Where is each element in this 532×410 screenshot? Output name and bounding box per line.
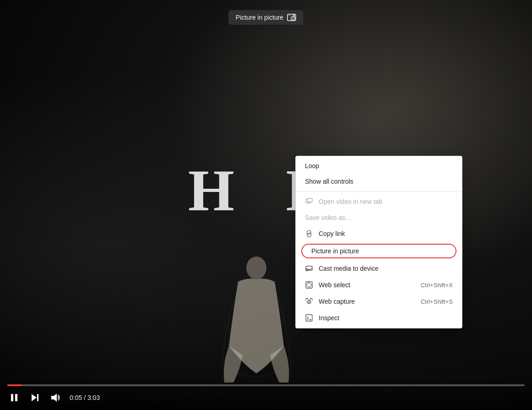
- svg-rect-4: [308, 198, 312, 202]
- menu-item-save-video-label: Save video as…: [305, 214, 352, 221]
- web-select-icon: [305, 281, 313, 289]
- web-select-shortcut: Ctrl+Shift+X: [421, 282, 453, 289]
- video-figure: [220, 254, 293, 383]
- menu-item-inspect-label: Inspect: [319, 314, 339, 322]
- svg-rect-2: [291, 17, 295, 20]
- context-menu-cast[interactable]: Cast media to device: [296, 260, 462, 277]
- menu-item-loop-label: Loop: [305, 162, 319, 169]
- pause-icon: [9, 393, 19, 403]
- progress-bar[interactable]: [7, 384, 525, 386]
- menu-separator-1: [296, 191, 462, 191]
- link-icon: [305, 230, 313, 238]
- mute-button[interactable]: [49, 391, 62, 405]
- cast-icon: [305, 264, 313, 273]
- web-capture-icon: [305, 297, 313, 306]
- svg-point-0: [246, 257, 266, 279]
- time-display: 0:05 / 3:03: [70, 394, 100, 401]
- svg-point-13: [308, 301, 310, 303]
- volume-icon: [50, 393, 60, 403]
- svg-marker-20: [51, 394, 57, 402]
- menu-item-cast-label: Cast media to device: [319, 265, 379, 272]
- context-menu-open-video[interactable]: Open video in new tab: [296, 193, 462, 210]
- svg-rect-19: [37, 394, 38, 401]
- context-menu-save-video[interactable]: Save video as…: [296, 210, 462, 225]
- context-menu-web-select[interactable]: Web select Ctrl+Shift+X: [296, 277, 462, 293]
- progress-fill: [7, 384, 22, 386]
- svg-marker-18: [32, 394, 37, 401]
- video-controls: 0:05 / 3:03: [0, 381, 532, 410]
- context-menu: Loop Show all controls Open video in new…: [295, 156, 462, 328]
- svg-rect-17: [15, 394, 17, 401]
- pip-tooltip: Picture in picture: [228, 10, 304, 25]
- external-link-icon: [305, 197, 313, 206]
- context-menu-loop[interactable]: Loop: [296, 158, 462, 174]
- menu-item-pip-label: Picture in picture: [311, 247, 359, 255]
- context-menu-inspect[interactable]: Inspect: [296, 310, 462, 326]
- play-pause-button[interactable]: [7, 391, 21, 405]
- inspect-icon: [305, 314, 313, 322]
- next-icon: [30, 393, 39, 402]
- context-menu-web-capture[interactable]: Web capture Ctrl+Shift+S: [296, 293, 462, 310]
- menu-item-open-video-label: Open video in new tab: [319, 198, 382, 205]
- context-menu-show-controls[interactable]: Show all controls: [296, 174, 462, 189]
- menu-item-show-controls-label: Show all controls: [305, 178, 353, 185]
- svg-rect-7: [307, 283, 311, 287]
- web-capture-shortcut: Ctrl+Shift+S: [421, 298, 453, 305]
- context-menu-pip[interactable]: Picture in picture: [299, 243, 459, 259]
- context-menu-copy-link[interactable]: Copy link: [296, 225, 462, 242]
- menu-item-copy-link-label: Copy link: [319, 230, 345, 237]
- menu-item-web-select-label: Web select: [319, 281, 350, 289]
- svg-rect-16: [11, 394, 13, 401]
- pip-tooltip-label: Picture in picture: [236, 14, 283, 21]
- svg-rect-14: [306, 315, 312, 321]
- next-button[interactable]: [28, 391, 41, 404]
- pip-tooltip-icon: [287, 14, 296, 21]
- menu-item-web-capture-label: Web capture: [319, 298, 355, 305]
- svg-point-12: [307, 300, 311, 304]
